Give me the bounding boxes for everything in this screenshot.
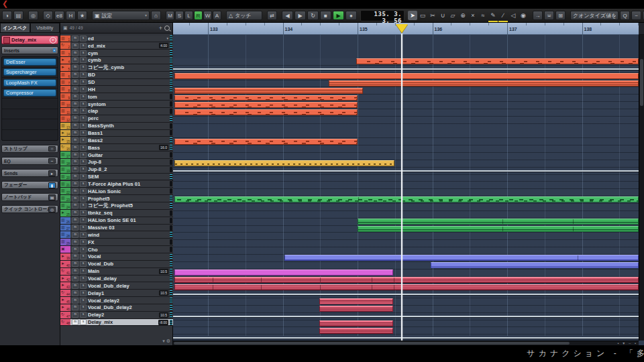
- clip[interactable]: [319, 328, 393, 334]
- track-row-Bass[interactable]: ↻16msBass16.0: [60, 144, 173, 152]
- mute-button[interactable]: m: [72, 276, 78, 282]
- solo-button[interactable]: s: [80, 101, 87, 107]
- mute-button[interactable]: m: [72, 268, 78, 274]
- track-row-clap[interactable]: ▥11msclap: [60, 108, 173, 115]
- tab-inspector[interactable]: インスペクター: [0, 23, 30, 33]
- track-controls-settings-select[interactable]: ▣ 設定 ▾: [92, 11, 150, 20]
- clip[interactable]: [356, 58, 639, 64]
- solo-button[interactable]: s: [80, 72, 87, 78]
- mute-button[interactable]: m: [72, 50, 78, 56]
- track-row-FX[interactable]: ▥29msFX: [60, 239, 173, 246]
- mute-button[interactable]: m: [72, 312, 78, 318]
- clip[interactable]: [319, 298, 393, 304]
- track-row-SD[interactable]: ▥7msSD: [60, 79, 173, 86]
- clip[interactable]: [174, 102, 358, 108]
- automation-m-button[interactable]: M: [166, 11, 174, 20]
- track-row-Bass1[interactable]: ►14msBass1: [60, 130, 173, 137]
- track-row-Guitar[interactable]: ▥17msGuitar: [60, 152, 173, 159]
- mute-tool[interactable]: ×: [468, 11, 478, 20]
- stop-button[interactable]: ■: [320, 11, 331, 20]
- track-row-HALion Sonic[interactable]: ▥22msHALion Sonic: [60, 188, 173, 195]
- clip[interactable]: [173, 337, 639, 339]
- clip[interactable]: [173, 316, 639, 317]
- solo-button[interactable]: s: [80, 319, 87, 325]
- marker-icon[interactable]: H: [66, 11, 76, 20]
- mute-button[interactable]: m: [72, 36, 78, 42]
- time-display[interactable]: 135. 3. 3. 56 0:03:52.497: [360, 10, 405, 21]
- insert-slot-empty[interactable]: [2, 99, 58, 109]
- solo-button[interactable]: s: [80, 57, 87, 63]
- inspector-section-jp[interactable]: ストリップ○: [1, 145, 58, 153]
- insert-plugin-name[interactable]: LoopMash FX: [3, 79, 56, 86]
- track-row-コピー元_cymb[interactable]: ►5msコピー元_cymb: [60, 64, 173, 72]
- insert-slot[interactable]: Compressor: [2, 88, 58, 99]
- insert-slot[interactable]: Supercharger: [2, 68, 58, 78]
- solo-button[interactable]: s: [80, 312, 87, 318]
- clip[interactable]: [319, 320, 393, 326]
- mute-button[interactable]: m: [72, 283, 78, 289]
- mute-button[interactable]: m: [72, 217, 78, 223]
- track-row-wind[interactable]: ▥28mswind: [60, 231, 173, 239]
- solo-button[interactable]: s: [80, 137, 87, 143]
- mute-button[interactable]: m: [72, 137, 78, 143]
- play-scrub-tool[interactable]: ◁: [508, 11, 518, 20]
- track-row-Vocal_delay2[interactable]: ►45msVocal_delay2: [60, 297, 173, 304]
- scroll-down-icon[interactable]: ▾: [162, 339, 165, 343]
- cycle-button[interactable]: ↻: [307, 11, 319, 20]
- play-button[interactable]: ▶: [333, 11, 344, 20]
- mute-button[interactable]: m: [72, 239, 78, 245]
- clip[interactable]: [173, 294, 639, 295]
- horizontal-scrollbar[interactable]: • ▾ – •: [173, 341, 639, 345]
- clip[interactable]: [174, 73, 639, 79]
- mute-button[interactable]: m: [72, 290, 78, 296]
- insert-slot[interactable]: LoopMash FX: [2, 78, 58, 88]
- solo-button[interactable]: s: [80, 239, 87, 245]
- track-row-Jup-8_2[interactable]: ▥19msJup-8_2: [60, 166, 173, 174]
- home-icon[interactable]: ⌂: [151, 11, 161, 20]
- snap-type-icon[interactable]: ⊞: [555, 11, 566, 20]
- solo-button[interactable]: s: [80, 79, 87, 85]
- solo-button[interactable]: s: [80, 36, 87, 42]
- solo-button[interactable]: s: [80, 123, 87, 129]
- track-row-BassSynth[interactable]: ▥13msBassSynth: [60, 123, 173, 130]
- automation-l-button[interactable]: L: [184, 11, 193, 20]
- clip[interactable]: [174, 284, 639, 290]
- solo-button[interactable]: s: [80, 181, 87, 187]
- solo-button[interactable]: s: [80, 225, 87, 231]
- solo-button[interactable]: s: [80, 64, 87, 70]
- line-tool[interactable]: ∕: [498, 11, 508, 20]
- inspector-section-eq[interactable]: EQ~: [1, 157, 58, 165]
- mute-button[interactable]: m: [72, 247, 78, 253]
- clip[interactable]: [174, 139, 358, 145]
- mute-button[interactable]: m: [72, 130, 78, 136]
- track-row-BD[interactable]: ▥6msBD: [60, 72, 173, 79]
- solo-button[interactable]: s: [80, 159, 87, 165]
- autoscroll-icon[interactable]: →: [533, 11, 543, 20]
- color-tool[interactable]: ◉: [519, 11, 528, 20]
- track-row-Bass2[interactable]: ►15msBass2: [60, 137, 173, 144]
- mute-button[interactable]: m: [72, 225, 78, 231]
- insert-plugin-name[interactable]: Compressor: [3, 89, 56, 97]
- mute-button[interactable]: m: [72, 319, 78, 325]
- inspector-section-jp[interactable]: クイック コントロール◎: [1, 205, 58, 213]
- solo-button[interactable]: s: [80, 166, 87, 172]
- track-row-T-Force Alpha Plus 01[interactable]: ▥21msT-Force Alpha Plus 01: [60, 181, 173, 188]
- quantize-apply-button[interactable]: Q: [620, 11, 630, 20]
- solo-button[interactable]: s: [80, 43, 87, 49]
- solo-button[interactable]: s: [80, 210, 87, 216]
- mute-button[interactable]: m: [72, 261, 78, 267]
- solo-button[interactable]: s: [80, 232, 87, 238]
- solo-button[interactable]: s: [80, 247, 87, 253]
- inspector-track-title[interactable]: Delay_mix e: [1, 36, 58, 44]
- track-row-Vocal_delay[interactable]: ►42msVocal_delay: [60, 276, 173, 283]
- solo-button[interactable]: s: [80, 202, 87, 208]
- solo-button[interactable]: s: [80, 268, 87, 274]
- track-row-Vocal_Dub_delay[interactable]: ►43msVocal_Dub_delay: [60, 282, 173, 290]
- vertical-scrollbar[interactable]: [639, 35, 644, 341]
- track-row-Delay2[interactable]: ↻47msDelay210.5: [60, 312, 173, 319]
- track-row-cymb[interactable]: ►4mscymb: [60, 57, 173, 64]
- track-row-Delay1[interactable]: ↻44msDelay110.5: [60, 290, 173, 297]
- record-button[interactable]: ●: [345, 11, 357, 20]
- track-row-Cho[interactable]: ▣msCho: [60, 246, 173, 253]
- track-row-SEM[interactable]: ▥20msSEM: [60, 174, 173, 181]
